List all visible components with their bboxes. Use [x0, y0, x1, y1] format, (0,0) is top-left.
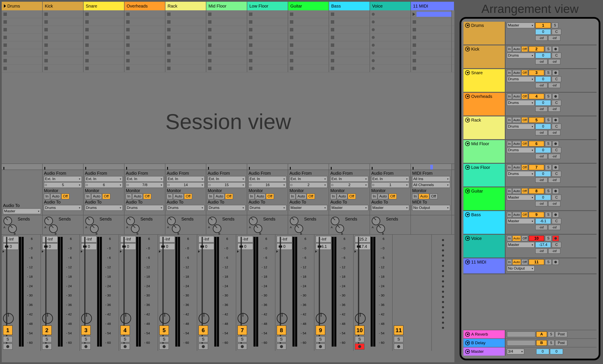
stop-icon[interactable]	[208, 36, 211, 39]
track-activator[interactable]: 5	[159, 325, 169, 335]
record-arm-button[interactable]	[552, 70, 559, 76]
stop-icon[interactable]	[290, 51, 293, 55]
clip-slot[interactable]	[247, 57, 288, 64]
monitor-in[interactable]: In	[167, 194, 173, 199]
clip-slot[interactable]	[2, 10, 43, 18]
send-a-knob[interactable]	[208, 217, 217, 225]
cue-button[interactable]: C	[552, 100, 561, 106]
stop-icon[interactable]	[85, 51, 89, 55]
clip-slot[interactable]	[370, 10, 411, 18]
stop-icon[interactable]	[167, 20, 171, 24]
track-overview[interactable]	[125, 164, 165, 169]
record-arm-button[interactable]	[238, 343, 247, 350]
arr-track-header[interactable]: Mid Floor	[464, 140, 506, 163]
monitor-off[interactable]: Off	[521, 165, 528, 170]
clip-slot[interactable]	[206, 10, 247, 18]
record-arm-button[interactable]	[355, 343, 364, 350]
cue-button[interactable]: C	[552, 53, 561, 58]
record-arm-button[interactable]	[42, 343, 52, 350]
monitor-auto[interactable]: Auto	[512, 46, 521, 52]
peak-display[interactable]: -Inf	[238, 236, 253, 243]
clip-slot[interactable]	[370, 33, 411, 41]
record-arm-button[interactable]	[81, 343, 91, 350]
monitor-off[interactable]: Off	[430, 194, 437, 199]
monitor-auto[interactable]: Auto	[512, 236, 521, 241]
clip-slot[interactable]	[288, 26, 329, 33]
track-activator[interactable]: 11	[394, 325, 403, 335]
stop-icon[interactable]	[3, 67, 7, 70]
stop-icon[interactable]	[249, 36, 252, 39]
input-channel-select[interactable]: 16	[249, 182, 286, 188]
stop-icon[interactable]	[126, 51, 130, 55]
clip-slot[interactable]	[2, 33, 43, 41]
track-overview[interactable]	[370, 164, 411, 169]
record-slot-icon[interactable]	[372, 13, 375, 16]
record-arm-button[interactable]	[552, 94, 559, 99]
track-overview[interactable]	[43, 164, 83, 169]
input-channel-select[interactable]: 2	[290, 182, 327, 188]
clip-slot[interactable]	[329, 41, 370, 49]
send-a-value[interactable]: -inf	[535, 154, 547, 159]
route-select[interactable]: Drums	[507, 76, 534, 82]
clip-slot[interactable]	[370, 26, 411, 33]
master-track-header[interactable]: Master	[464, 347, 506, 356]
clip-slot[interactable]	[43, 18, 83, 26]
stop-icon[interactable]	[85, 20, 89, 24]
monitor-in[interactable]: In	[507, 188, 512, 194]
clip-slot[interactable]	[125, 65, 165, 72]
track-activator[interactable]: 9	[316, 325, 325, 335]
clip-slot[interactable]	[83, 41, 125, 49]
stop-icon[interactable]	[290, 20, 293, 24]
clip-slot[interactable]	[206, 49, 247, 56]
clip-slot[interactable]	[370, 57, 411, 64]
monitor-off[interactable]: Off	[307, 194, 315, 199]
clip-slot[interactable]	[125, 33, 165, 41]
fold-icon[interactable]	[465, 165, 470, 170]
track-activator[interactable]: 6	[529, 141, 544, 146]
monitor-off[interactable]: Off	[521, 46, 528, 52]
stop-icon[interactable]	[249, 28, 252, 31]
stop-icon[interactable]	[85, 44, 89, 47]
clip-slot[interactable]	[83, 49, 125, 56]
pan-value[interactable]: 0	[535, 195, 551, 200]
stop-icon[interactable]	[167, 51, 171, 55]
clip-slot[interactable]	[165, 49, 206, 56]
arr-track-header[interactable]: 11 MIDI	[464, 258, 506, 274]
solo-button[interactable]: S	[42, 336, 52, 342]
clip-slot[interactable]	[329, 57, 370, 64]
record-arm-button[interactable]	[159, 343, 169, 350]
pan-knob[interactable]	[238, 313, 248, 324]
monitor-in[interactable]: In	[126, 194, 132, 199]
monitor-in[interactable]: In	[507, 141, 512, 146]
pan-value[interactable]: 0	[535, 171, 551, 176]
clip-slot[interactable]	[411, 18, 452, 26]
audio-to-select[interactable]: Drums	[249, 205, 286, 211]
stop-icon[interactable]	[3, 59, 7, 62]
send-a-knob[interactable]	[167, 217, 176, 225]
master-value-a[interactable]: 0	[536, 349, 549, 354]
fold-icon[interactable]	[465, 118, 470, 122]
pan-knob[interactable]	[277, 313, 288, 324]
clip-slot[interactable]	[165, 18, 206, 26]
clip-slot[interactable]	[83, 18, 125, 26]
send-a-value[interactable]: -inf	[535, 35, 547, 41]
solo-button[interactable]: S	[545, 70, 552, 76]
monitor-off[interactable]: Off	[184, 194, 192, 199]
record-arm-button[interactable]	[552, 117, 559, 123]
audio-to-select[interactable]: Drums	[44, 205, 82, 211]
solo-button[interactable]: S	[545, 46, 552, 52]
clip-slot[interactable]	[2, 65, 43, 72]
stop-icon[interactable]	[126, 67, 130, 70]
clip-slot[interactable]	[411, 41, 452, 49]
stop-icon[interactable]	[44, 59, 48, 62]
record-arm-button[interactable]	[3, 343, 12, 350]
arr-track-header[interactable]: Snare	[464, 69, 506, 92]
stop-icon[interactable]	[249, 20, 252, 24]
clip-slot[interactable]	[125, 26, 165, 33]
solo-button[interactable]: S	[316, 336, 325, 342]
stop-icon[interactable]	[413, 36, 416, 39]
pan-value[interactable]: 0	[535, 76, 551, 82]
stop-icon[interactable]	[290, 44, 293, 47]
clip-slot[interactable]	[165, 10, 206, 18]
monitor-in[interactable]: In	[507, 236, 512, 241]
